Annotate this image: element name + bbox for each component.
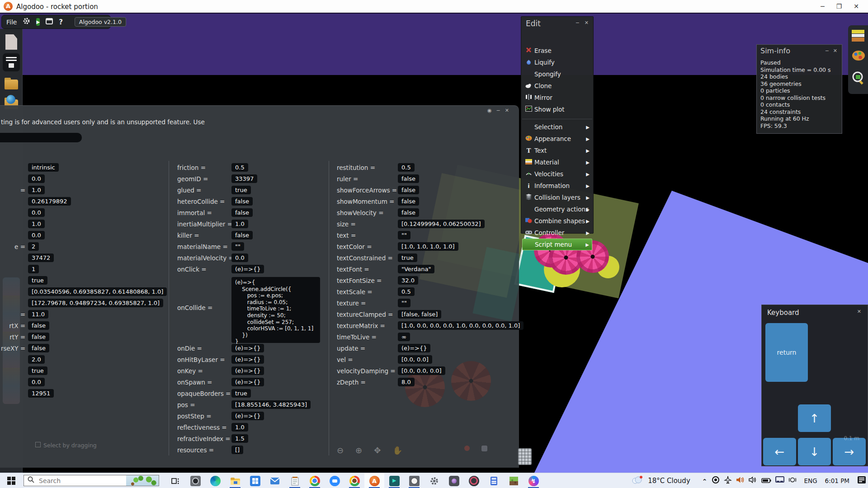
task-view-icon[interactable] [165,473,185,488]
property-value[interactable]: [false, false] [398,310,441,319]
minecraft-icon[interactable] [504,473,524,488]
property-value[interactable]: 1.0 [231,423,248,432]
property-value[interactable]: [0.0, 0.0, 0.0] [398,366,445,375]
play-icon[interactable]: ▶ [36,18,40,26]
menu-item-combine-shapes[interactable]: Combine shapes▶ [522,215,592,227]
property-value[interactable]: false [398,197,419,206]
minimize-icon[interactable]: − [496,108,500,113]
material-icon[interactable] [852,30,866,44]
arrow-down-key[interactable]: ↓ [798,438,831,465]
red-tool-icon[interactable] [464,446,470,451]
settings-icon[interactable] [424,473,444,488]
record-icon[interactable] [712,476,720,486]
menu-item-controller[interactable]: Controller▶ [522,227,592,239]
property-value[interactable]: 0.5 [398,287,415,296]
algodoo-icon[interactable]: A [364,473,384,488]
property-value[interactable]: (e)=>{} [398,344,430,352]
help-icon[interactable]: ? [59,18,63,26]
property-value[interactable]: [1.0, 1.0, 1.0, 1.0] [398,242,458,251]
menu-item-velocities[interactable]: Velocities▶ [522,168,592,180]
clock[interactable]: 6:01 PM [825,477,849,484]
close-icon[interactable]: ✕ [585,20,589,26]
language-indicator[interactable]: ENG [804,477,817,484]
select-by-dragging-option[interactable]: Select by dragging [35,442,97,449]
file-explorer-icon[interactable] [225,473,245,488]
speaker-icon[interactable] [736,476,745,485]
store-icon[interactable] [245,473,265,488]
script-input-box[interactable] [0,133,82,142]
file-menu[interactable]: File [6,19,17,26]
minimize-icon[interactable]: ─ [821,3,824,10]
chevron-up-icon[interactable]: ⌃ [702,477,708,485]
focus-icon[interactable] [788,476,797,485]
property-value[interactable]: "Verdana" [398,265,434,273]
open-folder-icon[interactable] [5,80,18,89]
menu-item-show-plot[interactable]: Show plot [522,103,592,115]
property-value[interactable]: "" [398,231,410,239]
pin-icon[interactable]: ◉ [487,108,492,113]
property-value[interactable]: [1.0, 0.0, 0.0, 0.0, 1.0, 0.0, 0.0, 0.0,… [398,321,524,330]
menu-item-selection[interactable]: Selection▶ [522,121,592,133]
mail-icon[interactable] [265,473,285,488]
property-value[interactable]: "" [398,299,410,307]
search-input[interactable] [38,477,126,485]
gear-icon[interactable] [23,17,30,27]
close-icon[interactable]: ✕ [833,48,837,54]
calculator-icon[interactable] [484,473,504,488]
save-icon[interactable] [3,53,20,71]
grid-snap-button[interactable] [518,448,532,465]
messenger-icon[interactable]: ↯ [524,473,543,488]
close-icon[interactable]: ✕ [857,309,861,314]
weather-icon[interactable] [630,475,644,487]
zoom-app-icon[interactable] [325,473,344,488]
airplane-icon[interactable] [724,476,732,486]
menu-item-script-menu[interactable]: Script menu▶ [522,239,592,250]
menu-item-information[interactable]: i Information▶ [522,180,592,192]
pan-icon[interactable]: ✥ [374,446,381,455]
maximize-icon[interactable]: ❐ [836,3,842,10]
menu-item-mirror[interactable]: Mirror [522,92,592,103]
close-icon[interactable]: ✕ [505,108,509,113]
screenshot-icon[interactable] [444,473,464,488]
monitor-icon[interactable] [775,476,784,485]
property-value[interactable]: 32.0 [398,276,418,285]
property-value[interactable]: 8.0 [398,378,415,386]
property-value[interactable]: [] [231,446,243,454]
battery-icon[interactable] [761,477,771,485]
weather-text[interactable]: 18°C Cloudy [648,477,690,485]
arrow-right-key[interactable]: → [833,438,866,465]
taskbar-search[interactable] [24,475,159,486]
menu-item-appearance[interactable]: Appearance▶ [522,133,592,145]
edge-icon[interactable] [205,473,225,488]
search-highlight-image[interactable] [126,475,159,486]
volume-icon[interactable] [749,476,757,485]
property-value[interactable]: (e)=>{} [231,412,264,420]
gray-tool-icon[interactable] [481,446,487,451]
menu-item-geometry-actions[interactable]: Geometry actions▶ [522,203,592,215]
zoom-out-icon[interactable]: ⊖ [337,446,344,455]
minimize-icon[interactable]: − [825,48,829,54]
filmora-icon[interactable] [384,473,404,488]
property-value[interactable]: false [398,174,419,183]
menu-item-spongify[interactable]: Spongify [522,68,592,80]
appearance-icon[interactable] [852,50,866,64]
return-key[interactable]: return [765,323,808,382]
property-value[interactable]: [18.855146, 3.4825943] [231,400,311,409]
property-value[interactable]: [0.0, 0.0] [398,355,432,364]
menu-item-clone[interactable]: Clone [522,80,592,92]
wondershare-icon[interactable] [404,473,424,488]
menu-item-liquify[interactable]: Liquify [522,56,592,68]
menu-item-text[interactable]: T Text▶ [522,145,592,156]
close-icon[interactable]: ✕ [854,3,859,10]
menu-item-material[interactable]: Material▶ [522,156,592,168]
notification-center-icon[interactable] [857,476,866,486]
camera-app-icon[interactable] [185,473,205,488]
hand-icon[interactable]: ✋ [392,446,402,455]
menu-item-collision-layers[interactable]: Collision layers▶ [522,192,592,203]
chrome-icon[interactable] [305,473,325,488]
property-value[interactable]: [0.12499994, 0.06250032] [398,220,485,228]
zoom-scene-icon[interactable] [852,71,866,86]
menu-item-erase[interactable]: Erase [522,45,592,56]
window-icon[interactable] [46,18,53,26]
property-value[interactable]: 1.5 [231,434,248,443]
